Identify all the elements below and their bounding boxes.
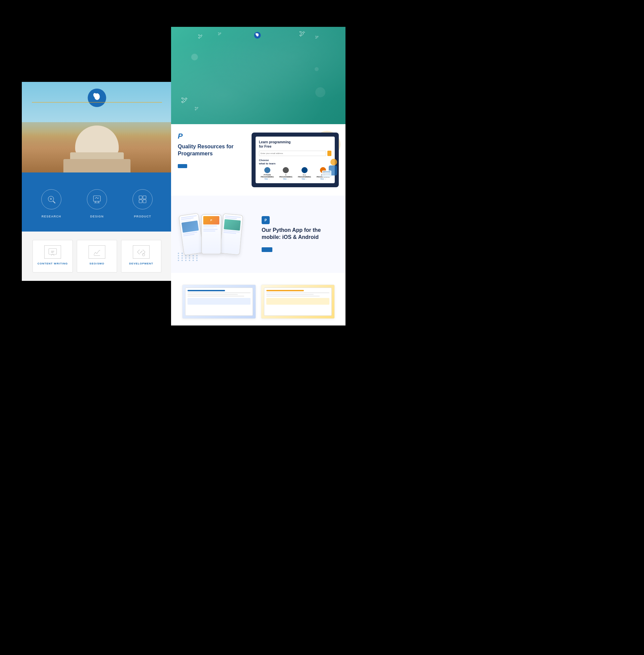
bird-4: 🕊 <box>315 35 319 39</box>
python-view[interactable]: View → <box>259 178 276 180</box>
card-screen-mock-0 <box>185 288 253 316</box>
c-lang-name: CPROGRAMMING <box>278 174 295 178</box>
before-design-icon <box>87 189 107 209</box>
other-card-1[interactable] <box>261 285 335 319</box>
c-view[interactable]: View → <box>278 178 295 180</box>
before-hero <box>22 82 172 173</box>
phone-2: P <box>201 214 221 254</box>
before-icons-row <box>28 189 165 209</box>
tablet-lang-cpp: C++PROGRAMMING View → <box>296 167 313 180</box>
python-badge: P <box>262 216 339 224</box>
svg-line-3 <box>53 201 55 203</box>
python-right: P Our Python App for themobile: iOS & An… <box>262 216 339 252</box>
tablet-lang-c: CPROGRAMMING View → <box>278 167 295 180</box>
svg-rect-10 <box>139 200 142 203</box>
tablet-mockup: Learn programmingfor Free Choosewhat to … <box>252 133 339 187</box>
svg-rect-25 <box>323 174 330 175</box>
programiz-p-letter: P <box>178 133 183 140</box>
svg-rect-11 <box>143 200 146 203</box>
after-nav <box>254 32 262 39</box>
before-panel: RESEARCH DESIGN PRODUCT CONTENT WRITING <box>22 82 172 281</box>
svg-point-17 <box>142 254 145 256</box>
python-badge-icon: P <box>262 216 270 224</box>
phone-screen-2: P <box>202 215 221 254</box>
tablet-illustration <box>319 157 341 184</box>
bird-2: 🕊 <box>218 32 221 36</box>
other-products-section <box>171 273 345 325</box>
before-service-design: DESIGN <box>85 215 109 218</box>
before-card-title-0: CONTENT WRITING <box>36 262 69 265</box>
python-lang-name: PYTHONPROGRAMMING <box>259 174 276 178</box>
before-card-icon-1 <box>89 245 105 259</box>
before-card-2: DEVELOPMENT <box>121 240 161 272</box>
card-screen-mock-1 <box>264 288 332 316</box>
python-dot <box>264 167 270 173</box>
phone-1 <box>179 213 204 255</box>
before-service-labels: RESEARCH DESIGN PRODUCT <box>28 215 165 218</box>
programiz-learn-more-button[interactable] <box>178 164 187 168</box>
svg-line-16 <box>140 251 142 253</box>
before-white-section: CONTENT WRITING SEO/SMO DEVELOPMENT <box>22 231 172 281</box>
svg-rect-6 <box>94 196 101 201</box>
before-card-0: CONTENT WRITING <box>32 240 73 272</box>
python-learn-more-button[interactable] <box>262 247 272 252</box>
before-blue-section: RESEARCH DESIGN PRODUCT <box>22 173 172 231</box>
tablet-title: Learn programmingfor Free <box>259 140 331 149</box>
svg-point-20 <box>330 159 337 165</box>
phone-screen-3 <box>221 214 243 254</box>
bird-6: 🕊 <box>194 106 199 111</box>
bird-5: 🕊 <box>181 96 188 104</box>
cpp-lang-name: C++PROGRAMMING <box>296 174 313 178</box>
before-cards-row: CONTENT WRITING SEO/SMO DEVELOPMENT <box>28 240 165 272</box>
before-hero-bg <box>22 82 172 173</box>
bird-3: 🕊 <box>299 30 305 37</box>
tablet-email-row <box>259 151 331 156</box>
programiz-tagline: Quality Resources forProgrammers <box>178 143 245 157</box>
cpp-dot <box>302 167 307 173</box>
parewa-logo-icon <box>254 32 261 39</box>
after-panel: 🕊 🕊 🕊 🕊 🕊 🕊 P <box>171 27 345 325</box>
programiz-logo: P <box>178 133 245 140</box>
python-section: P <box>171 196 345 273</box>
phone-3 <box>220 213 243 255</box>
programiz-section: P Quality Resources forProgrammers Learn… <box>171 124 345 196</box>
before-service-product: PRODUCT <box>131 215 154 218</box>
programiz-left: P Quality Resources forProgrammers <box>178 133 245 168</box>
other-product-cards <box>178 285 339 319</box>
before-product-icon <box>133 189 153 209</box>
tablet-lang-python: PYTHONPROGRAMMING View → <box>259 167 276 180</box>
before-service-research: RESEARCH <box>40 215 63 218</box>
svg-rect-9 <box>143 196 146 199</box>
parewa-logo <box>254 32 262 39</box>
python-title: Our Python App for themobile: iOS & Andr… <box>262 227 339 241</box>
before-card-icon-2 <box>133 245 150 259</box>
before-card-title-2: DEVELOPMENT <box>125 262 158 265</box>
phone-screen-1 <box>179 213 203 255</box>
programiz-right: Learn programmingfor Free Choosewhat to … <box>252 133 339 187</box>
tablet-email-input[interactable] <box>259 151 326 156</box>
before-card-title-1: SEO/SMO <box>80 262 113 265</box>
other-card-0[interactable] <box>182 285 256 319</box>
phones-mockup: P <box>178 204 255 265</box>
before-card-1: SEO/SMO <box>77 240 117 272</box>
before-card-icon-0 <box>44 245 61 259</box>
svg-rect-8 <box>139 196 142 199</box>
other-card-img-1 <box>261 285 335 318</box>
tablet-subscribe-button[interactable] <box>327 151 331 156</box>
svg-rect-24 <box>323 173 329 174</box>
bird-1: 🕊 <box>198 33 203 39</box>
before-research-icon <box>41 189 61 209</box>
svg-rect-23 <box>323 172 330 172</box>
after-hero: 🕊 🕊 🕊 🕊 🕊 🕊 <box>171 27 345 124</box>
c-dot <box>283 167 289 173</box>
other-card-img-0 <box>182 285 256 318</box>
cpp-view[interactable]: View → <box>296 178 313 180</box>
